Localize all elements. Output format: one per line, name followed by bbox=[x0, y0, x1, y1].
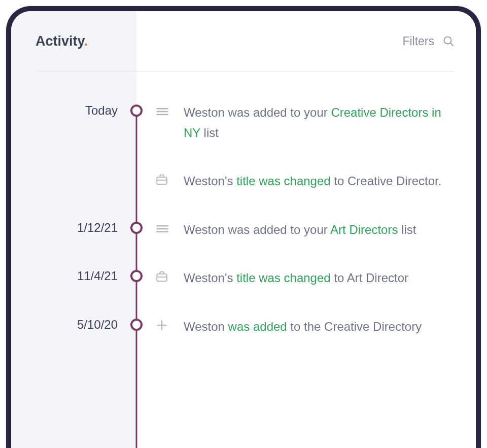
highlight-text: title was changed bbox=[236, 271, 330, 285]
plain-text: to the Creative Directory bbox=[287, 320, 422, 333]
list-icon bbox=[155, 220, 184, 236]
entry-date: 11/4/21 bbox=[11, 268, 118, 283]
timeline-marker bbox=[130, 270, 143, 282]
plain-text: to Art Director bbox=[331, 271, 408, 285]
header: Activity. Filters bbox=[11, 11, 476, 71]
entry-text: Weston was added to the Creative Directo… bbox=[184, 317, 476, 337]
plain-text: Weston's bbox=[184, 271, 236, 285]
timeline-marker bbox=[130, 105, 143, 117]
timeline-marker bbox=[130, 319, 143, 331]
entry-text: Weston was added to your Creative Direct… bbox=[184, 102, 476, 143]
search-icon[interactable] bbox=[442, 35, 455, 47]
page-title-dot: . bbox=[84, 33, 88, 49]
briefcase-icon bbox=[155, 268, 184, 283]
timeline-entry: Weston's title was changed to Creative D… bbox=[11, 171, 476, 191]
entry-date: 1/12/21 bbox=[11, 220, 118, 235]
entry-text: Weston's title was changed to Art Direct… bbox=[184, 268, 476, 288]
plain-text: Weston was added to your bbox=[184, 223, 330, 236]
page-title: Activity. bbox=[36, 33, 88, 49]
timeline-entry: 5/10/20Weston was added to the Creative … bbox=[11, 317, 476, 337]
plain-text: Weston's bbox=[184, 174, 236, 188]
plain-text: list bbox=[200, 126, 219, 140]
highlight-text: Art Directors bbox=[330, 223, 398, 236]
highlight-text: was added bbox=[228, 320, 287, 333]
filters-button[interactable]: Filters bbox=[402, 35, 434, 48]
plus-icon bbox=[155, 317, 184, 332]
timeline-entry: 11/4/21Weston's title was changed to Art… bbox=[11, 268, 476, 288]
entry-date: Today bbox=[11, 102, 118, 118]
plain-text: to Creative Director. bbox=[331, 174, 442, 188]
activity-timeline: TodayWeston was added to your Creative D… bbox=[11, 102, 476, 448]
svg-rect-5 bbox=[157, 177, 167, 184]
plain-text: list bbox=[398, 223, 416, 236]
header-divider bbox=[36, 71, 455, 72]
list-icon bbox=[155, 102, 184, 119]
entry-text: Weston was added to your Art Directors l… bbox=[184, 220, 476, 240]
entry-text: Weston's title was changed to Creative D… bbox=[184, 171, 476, 191]
timeline-entry: 1/12/21Weston was added to your Art Dire… bbox=[11, 220, 476, 240]
device-frame: Activity. Filters TodayWeston was added … bbox=[6, 6, 481, 448]
highlight-text: title was changed bbox=[236, 174, 330, 188]
svg-rect-10 bbox=[157, 274, 167, 282]
entry-date: 5/10/20 bbox=[11, 317, 118, 332]
plain-text: Weston was added to your bbox=[184, 106, 331, 119]
timeline-entry: TodayWeston was added to your Creative D… bbox=[11, 102, 476, 143]
plain-text: Weston bbox=[184, 320, 228, 333]
timeline-marker bbox=[130, 222, 143, 234]
page-title-text: Activity bbox=[36, 33, 84, 49]
svg-line-1 bbox=[450, 43, 454, 46]
briefcase-icon bbox=[155, 171, 184, 186]
